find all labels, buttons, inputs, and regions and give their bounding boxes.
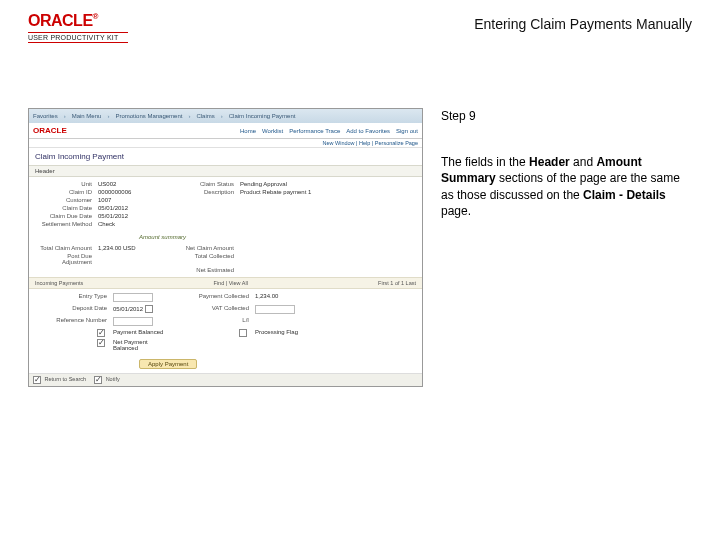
lbl-date: Claim Date xyxy=(37,205,92,211)
lbl-proc: Processing Flag xyxy=(255,329,315,337)
lbl-post: Post Due Adjustment xyxy=(37,253,92,265)
val-meth: Check xyxy=(98,221,173,227)
breadcrumb-item[interactable]: Claims xyxy=(196,113,214,119)
val-claimid: 0000000006 xyxy=(98,189,173,195)
app-screenshot: Favorites› Main Menu› Promotions Managem… xyxy=(28,108,423,387)
ss-link-perf[interactable]: Performance Trace xyxy=(289,128,340,134)
lbl-entry: Entry Type xyxy=(37,293,107,303)
ss-amount-form: Total Claim Amount 1,234.00 USD Net Clai… xyxy=(29,241,422,277)
page-title: Entering Claim Payments Manually xyxy=(474,16,692,32)
instruction-text: The fields in the Header and Amount Summ… xyxy=(441,154,681,219)
lbl-desc: Description xyxy=(179,189,234,195)
chk-proc[interactable] xyxy=(239,329,247,337)
ref-select[interactable] xyxy=(113,317,153,326)
lbl-net: Net Claim Amount xyxy=(179,245,234,251)
ss-incoming-label: Incoming Payments xyxy=(35,280,83,286)
apply-payment-button[interactable]: Apply Payment xyxy=(139,359,197,369)
ss-link-worklist[interactable]: Worklist xyxy=(262,128,283,134)
calendar-icon[interactable] xyxy=(145,305,153,313)
val-due: 05/01/2012 xyxy=(98,213,173,219)
step-label: Step 9 xyxy=(441,108,681,124)
lbl-bal: Payment Balanced xyxy=(113,329,173,337)
lbl-pbal: Net Payment Balanced xyxy=(113,339,173,351)
return-search-link[interactable]: Return to Search xyxy=(45,376,87,382)
lbl-claimid: Claim ID xyxy=(37,189,92,195)
lbl-est: Net Estimated xyxy=(179,267,234,273)
oracle-logo-block: ORACLE® USER PRODUCTIVITY KIT xyxy=(28,12,128,43)
val-total: 1,234.00 USD xyxy=(98,245,173,251)
lbl-tip: L/I xyxy=(179,317,249,327)
ss-payment-form: Entry Type Payment Collected 1,234.00 De… xyxy=(29,289,422,355)
ss-link-home[interactable]: Home xyxy=(240,128,256,134)
breadcrumb-item[interactable]: Promotions Management xyxy=(115,113,182,119)
lbl-meth: Settlement Method xyxy=(37,221,92,227)
chk-balanced[interactable] xyxy=(97,329,105,337)
lbl-status: Claim Status xyxy=(179,181,234,187)
ss-page-title: Claim Incoming Payment xyxy=(29,148,422,165)
lbl-coll: Total Collected xyxy=(179,253,234,265)
upk-label: USER PRODUCTIVITY KIT xyxy=(28,32,128,43)
oracle-logo: ORACLE® xyxy=(28,12,128,30)
breadcrumb: Favorites› Main Menu› Promotions Managem… xyxy=(29,109,422,123)
ss-findview[interactable]: Find | View All xyxy=(214,280,248,286)
vat-input[interactable] xyxy=(255,305,295,314)
ss-top-links: Home Worklist Performance Trace Add to F… xyxy=(240,128,418,134)
notify-icon[interactable] xyxy=(94,376,102,384)
val-date: 05/01/2012 xyxy=(98,205,173,211)
val-desc: Product Rebate payment 1 xyxy=(240,189,315,195)
lbl-payamt: Payment Collected xyxy=(179,293,249,303)
ss-link-signout[interactable]: Sign out xyxy=(396,128,418,134)
lbl-unit: Unit xyxy=(37,181,92,187)
ss-paging[interactable]: First 1 of 1 Last xyxy=(378,280,416,286)
ss-link-fav[interactable]: Add to Favorites xyxy=(346,128,390,134)
ss-oracle-logo: ORACLE xyxy=(33,126,67,135)
instruction-panel: Step 9 The fields in the Header and Amou… xyxy=(441,108,681,219)
oracle-logo-text: ORACLE xyxy=(28,12,93,29)
breadcrumb-item[interactable]: Favorites xyxy=(33,113,58,119)
registered-mark: ® xyxy=(93,12,98,21)
lbl-cust: Customer xyxy=(37,197,92,203)
chk-netbal[interactable] xyxy=(97,339,105,347)
ss-window-links[interactable]: New Window | Help | Personalize Page xyxy=(29,139,422,148)
lbl-vat: VAT Collected xyxy=(179,305,249,315)
val-dep: 05/01/2012 xyxy=(113,306,143,312)
val-status: Pending Approval xyxy=(240,181,315,187)
ss-incoming-bar: Incoming Payments Find | View All First … xyxy=(29,277,422,289)
lbl-due: Claim Due Date xyxy=(37,213,92,219)
val-cust: 1007 xyxy=(98,197,173,203)
notify-link[interactable]: Notify xyxy=(106,376,120,382)
entry-type-select[interactable] xyxy=(113,293,153,302)
lbl-ref: Reference Number xyxy=(37,317,107,327)
lbl-dep: Deposit Date xyxy=(37,305,107,315)
return-icon[interactable] xyxy=(33,376,41,384)
breadcrumb-item[interactable]: Main Menu xyxy=(72,113,102,119)
lbl-total: Total Claim Amount xyxy=(37,245,92,251)
ss-header-tab[interactable]: Header xyxy=(29,165,422,177)
breadcrumb-item[interactable]: Claim Incoming Payment xyxy=(229,113,296,119)
val-unit: US002 xyxy=(98,181,173,187)
ss-header-form: Unit US002 Claim Status Pending Approval… xyxy=(29,177,422,231)
val-payamt: 1,234.00 xyxy=(255,293,315,303)
ss-amount-summary-label: Amount summary xyxy=(29,231,422,241)
